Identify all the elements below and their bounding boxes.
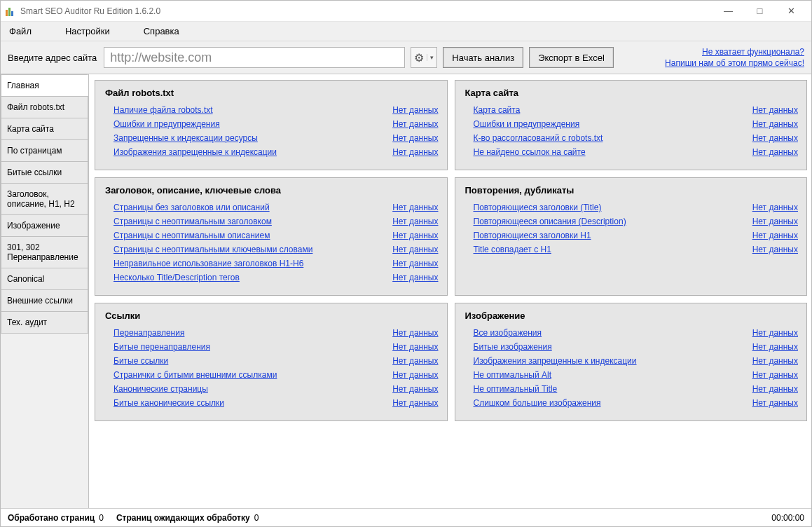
card-item-value[interactable]: Нет данных xyxy=(392,384,438,394)
card-row: Слишком большие изображенияНет данных xyxy=(474,398,799,408)
card-item-value[interactable]: Нет данных xyxy=(752,245,798,254)
card-item-value[interactable]: Нет данных xyxy=(752,133,798,143)
card-item-link[interactable]: Канонические страницы xyxy=(113,384,208,394)
card-item-link[interactable]: Страницы с неоптимальными ключевыми слов… xyxy=(113,245,312,254)
card-item-value[interactable]: Нет данных xyxy=(752,105,798,115)
card-item-value[interactable]: Нет данных xyxy=(752,328,798,338)
card-item-value[interactable]: Нет данных xyxy=(392,231,438,240)
card-row: Изображения запрещенные к индексацииНет … xyxy=(113,147,439,157)
card-item-link[interactable]: Странички с битыми внешними ссылками xyxy=(113,370,277,380)
card-item-value[interactable]: Нет данных xyxy=(752,217,798,226)
card-row: К-во рассогласований с robots.txtНет дан… xyxy=(474,133,799,143)
card-item-link[interactable]: Не найдено ссылок на сайте xyxy=(474,147,586,157)
promo-links: Не хватает функционала? Напиши нам об эт… xyxy=(665,47,804,68)
card-item-link[interactable]: Битые изображения xyxy=(474,342,552,352)
sidebar-tab[interactable]: По страницам xyxy=(1,139,88,162)
card-item-link[interactable]: Все изображения xyxy=(474,328,542,338)
card-item-value[interactable]: Нет данных xyxy=(752,203,798,212)
card-item-link[interactable]: Повторяющееся описания (Description) xyxy=(474,217,626,226)
card-item-link[interactable]: Ошибки и предупреждения xyxy=(474,119,580,129)
card-item-link[interactable]: Битые канонические ссылки xyxy=(113,398,224,408)
card-item-value[interactable]: Нет данных xyxy=(392,147,438,157)
main-scroll[interactable]: Файл robots.txtНаличие файла robots.txtН… xyxy=(89,74,811,508)
close-button[interactable]: ✕ xyxy=(776,1,807,22)
sidebar-tab[interactable]: Битые ссылки xyxy=(1,161,88,184)
sidebar-tab[interactable]: Файл robots.txt xyxy=(1,96,88,118)
card-row: Повторяющиеся заголовки H1Нет данных xyxy=(474,231,799,240)
card-item-value[interactable]: Нет данных xyxy=(392,259,438,268)
body: ГлавнаяФайл robots.txtКарта сайтаПо стра… xyxy=(1,74,811,508)
card-item-link[interactable]: Title совпадает с H1 xyxy=(474,245,551,254)
card-item-link[interactable]: Повторяющиеся заголовки (Title) xyxy=(474,203,602,212)
sidebar-tab[interactable]: Главная xyxy=(1,74,88,97)
card-item-link[interactable]: Битые перенаправления xyxy=(113,342,210,352)
card-item-value[interactable]: Нет данных xyxy=(752,147,798,157)
card-item-link[interactable]: Не оптимальный Title xyxy=(474,384,558,394)
card-item-value[interactable]: Нет данных xyxy=(392,245,438,254)
card-row: Неправильное использование заголовков H1… xyxy=(113,259,439,268)
card-item-link[interactable]: Неправильное использование заголовков H1… xyxy=(113,259,303,268)
menu-file[interactable]: Файл xyxy=(9,26,32,36)
minimize-button[interactable]: — xyxy=(713,1,744,22)
card-item-value[interactable]: Нет данных xyxy=(752,119,798,129)
card-item-value[interactable]: Нет данных xyxy=(392,370,438,380)
card-item-link[interactable]: Страницы с неоптимальным заголовком xyxy=(113,217,272,226)
card-title: Ссылки xyxy=(105,310,439,321)
card-item-value[interactable]: Нет данных xyxy=(392,398,438,408)
card-item-value[interactable]: Нет данных xyxy=(752,342,798,352)
sidebar-tab[interactable]: Canonical xyxy=(1,268,88,290)
card-row: Страницы с неоптимальным заголовкомНет д… xyxy=(113,217,439,226)
card-item-link[interactable]: Не оптимальный Alt xyxy=(474,370,552,380)
menu-help[interactable]: Справка xyxy=(144,26,179,36)
card-item-value[interactable]: Нет данных xyxy=(392,105,438,115)
card-item-link[interactable]: Несколько Title/Description тегов xyxy=(113,273,240,282)
card-row: Битые перенаправленияНет данных xyxy=(113,342,439,352)
export-excel-button[interactable]: Экспорт в Excel xyxy=(529,47,614,68)
url-input[interactable] xyxy=(104,47,405,68)
card-item-value[interactable]: Нет данных xyxy=(752,384,798,394)
maximize-button[interactable]: □ xyxy=(744,1,776,22)
card-item-link[interactable]: Наличие файла robots.txt xyxy=(113,105,213,115)
start-analysis-button[interactable]: Начать анализ xyxy=(443,47,523,68)
card-item-link[interactable]: Страницы с неоптимальным описанием xyxy=(113,231,270,240)
card-item-value[interactable]: Нет данных xyxy=(392,342,438,352)
card-item-link[interactable]: Изображения запрещенные к индексации xyxy=(113,147,277,157)
card-item-link[interactable]: К-во рассогласований с robots.txt xyxy=(474,133,603,143)
card-row: Title совпадает с H1Нет данных xyxy=(474,245,799,254)
card-item-value[interactable]: Нет данных xyxy=(392,356,438,366)
window-controls: — □ ✕ xyxy=(713,1,807,22)
card-item-link[interactable]: Страницы без заголовков или описаний xyxy=(113,203,270,212)
promo-link-1[interactable]: Не хватает функционала? xyxy=(702,47,804,57)
sidebar-tab[interactable]: Изображение xyxy=(1,214,88,237)
sidebar-tab[interactable]: Карта сайта xyxy=(1,118,88,140)
card-item-value[interactable]: Нет данных xyxy=(752,370,798,380)
promo-link-2[interactable]: Напиши нам об этом прямо сейчас! xyxy=(665,58,804,68)
card-item-link[interactable]: Перенаправления xyxy=(113,328,184,338)
sidebar-tab[interactable]: Тех. аудит xyxy=(1,311,88,334)
menu-settings[interactable]: Настройки xyxy=(65,26,110,36)
card-item-link[interactable]: Изображения запрещенные к индексации xyxy=(474,356,637,366)
card-item-value[interactable]: Нет данных xyxy=(392,119,438,129)
settings-dropdown-button[interactable]: ⚙ ▾ xyxy=(411,47,437,68)
card-item-link[interactable]: Ошибки и предупреждения xyxy=(113,119,220,129)
card-item-value[interactable]: Нет данных xyxy=(752,231,798,240)
card-item-value[interactable]: Нет данных xyxy=(392,133,438,143)
card-item-value[interactable]: Нет данных xyxy=(392,328,438,338)
card-item-link[interactable]: Слишком большие изображения xyxy=(474,398,601,408)
main-panel: Файл robots.txtНаличие файла robots.txtН… xyxy=(88,74,811,508)
card-item-link[interactable]: Запрещенные к индексации ресурсы xyxy=(113,133,258,143)
sidebar-tab[interactable]: Внешние ссылки xyxy=(1,289,88,312)
card-item-link[interactable]: Карта сайта xyxy=(474,105,521,115)
card-item-value[interactable]: Нет данных xyxy=(392,203,438,212)
card-row: Ошибки и предупрежденияНет данных xyxy=(474,119,799,129)
card-item-link[interactable]: Повторяющиеся заголовки H1 xyxy=(474,231,591,240)
card-item-link[interactable]: Битые ссылки xyxy=(113,356,168,366)
sidebar-tab[interactable]: Заголовок, описание, H1, H2 xyxy=(1,183,88,215)
card-item-value[interactable]: Нет данных xyxy=(392,273,438,282)
card-item-value[interactable]: Нет данных xyxy=(392,217,438,226)
sidebar-tab[interactable]: 301, 302 Перенаправление xyxy=(1,236,88,268)
card-item-value[interactable]: Нет данных xyxy=(752,398,798,408)
card-item-value[interactable]: Нет данных xyxy=(752,356,798,366)
dashboard-card: Повторения, дубликатыПовторяющиеся загол… xyxy=(455,177,808,296)
card-row: ПеренаправленияНет данных xyxy=(113,328,439,338)
